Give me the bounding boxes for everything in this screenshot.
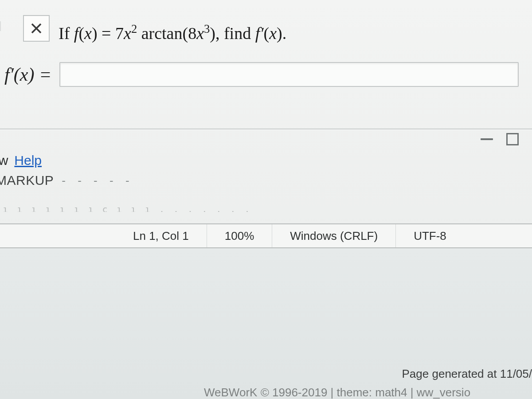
q-f: f [74, 24, 79, 43]
q-x3: x [196, 24, 204, 43]
markup-row: MARKUP - - - - - [0, 173, 134, 188]
q-fprime-arg: x [269, 24, 277, 43]
status-position[interactable]: Ln 1, Col 1 [115, 224, 207, 247]
maximize-icon[interactable] [506, 133, 519, 145]
status-eol[interactable]: Windows (CRLF) [272, 224, 395, 247]
q-close: ), [210, 24, 224, 43]
close-icon [30, 22, 43, 35]
close-button[interactable] [23, 15, 50, 42]
status-zoom[interactable]: 100% [207, 224, 272, 247]
ans-f: f′ [4, 64, 14, 85]
problem-panel: If f(x) = 7x2 arctan(8x3), find f′(x). f… [0, 0, 532, 248]
page-generated: Page generated at 11/05/ [402, 367, 532, 381]
ruler-ticks: ı ı ı ı ı ı ı c ı ı ı . . . . . . . [0, 204, 532, 212]
answer-row: f′(x) = [4, 62, 519, 87]
q-coeff: 7 [115, 24, 124, 43]
markup-dashes: - - - - - [62, 174, 133, 188]
minimize-icon[interactable] [481, 138, 493, 140]
question-text: If f(x) = 7x2 arctan(8x3), find f′(x). [59, 9, 286, 43]
menu-ew[interactable]: ew [0, 153, 8, 168]
status-encoding[interactable]: UTF-8 [395, 224, 464, 247]
panel-divider [0, 129, 532, 129]
ans-eq: = [35, 64, 52, 85]
q-x2: x [124, 24, 131, 43]
q-period: . [282, 24, 287, 43]
editor-menu: ew Help [0, 153, 42, 168]
answer-label: f′(x) = [4, 64, 51, 85]
q-eq: = [98, 24, 115, 43]
window-controls [481, 133, 519, 145]
q-x: x [84, 24, 92, 43]
q-inner-coeff: 8 [188, 24, 196, 43]
q-fprime: f′ [255, 24, 264, 43]
ans-arg: x [20, 64, 28, 85]
answer-input[interactable] [59, 62, 519, 87]
markup-label: MARKUP [0, 173, 54, 188]
q-arctan: arctan( [137, 24, 188, 43]
menu-help[interactable]: Help [14, 153, 42, 168]
editor-status-bar: Ln 1, Col 1 100% Windows (CRLF) UTF-8 [0, 223, 532, 248]
q-x2exp: 2 [131, 22, 137, 35]
q-if: If [59, 24, 74, 43]
q-find: find [224, 24, 255, 43]
q-x3exp: 3 [204, 22, 210, 35]
question-row: If f(x) = 7x2 arctan(8x3), find f′(x). [0, 9, 286, 43]
webwork-credit: WeBWorK © 1996-2019 | theme: math4 | ww_… [204, 386, 532, 399]
checkbox-placeholder[interactable] [0, 21, 1, 31]
